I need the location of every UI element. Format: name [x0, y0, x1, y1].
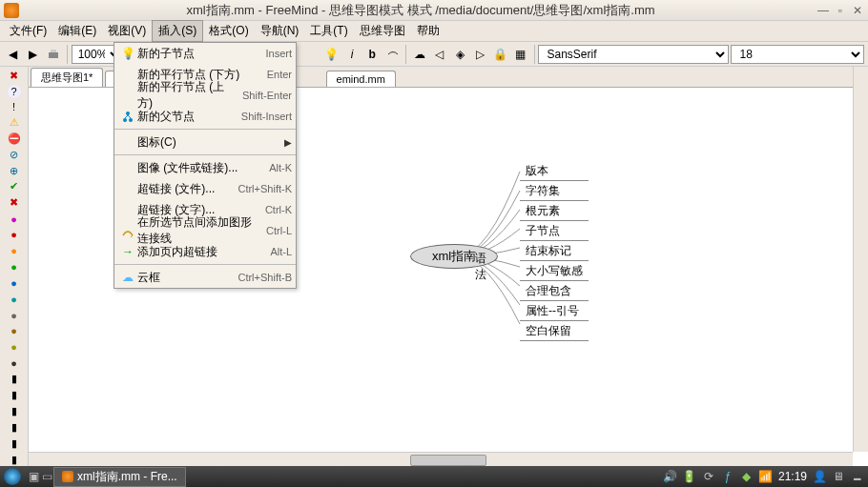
red-dot-icon[interactable]: ● [7, 227, 22, 242]
menu-image-link[interactable]: 图像 (文件或链接)... Alt-K [114, 157, 296, 178]
tab-mindmap1[interactable]: 思维导图1* [31, 68, 103, 87]
cross-icon[interactable]: ✖ [7, 195, 22, 211]
back-button[interactable]: ◀ [4, 44, 22, 65]
italic-button[interactable]: i [342, 44, 361, 65]
files-icon[interactable]: ▣ [27, 470, 40, 483]
menu-mindmap[interactable]: 思维导图 [354, 21, 411, 41]
teal-dot-icon[interactable]: ● [7, 292, 22, 307]
volume-icon[interactable]: 🔊 [664, 470, 677, 483]
flag-icon-6[interactable]: ▮ [7, 452, 22, 467]
svg-rect-0 [49, 52, 58, 58]
no-entry-icon[interactable]: ⊘ [7, 147, 22, 162]
mindmap-leaf[interactable]: 合理包含 [520, 282, 589, 301]
menu-navigate[interactable]: 导航(N) [255, 21, 305, 41]
menu-cloud[interactable]: ☁ 云框 Ctrl+Shift-B [114, 267, 296, 288]
orange-dot-icon[interactable]: ● [7, 243, 22, 258]
flag-icon-3[interactable]: ▮ [7, 404, 22, 419]
menu-new-sibling-above[interactable]: 新的平行节点 (上方) Shift-Enter [114, 85, 296, 106]
minimize-button[interactable]: — [816, 4, 830, 17]
warning-icon[interactable]: ⚠ [7, 115, 22, 131]
maximize-button[interactable]: ▫ [834, 4, 847, 17]
menu-edit[interactable]: 编辑(E) [52, 21, 102, 41]
shutdown-icon[interactable]: 🗕 [851, 470, 864, 483]
chevron-right-icon: ▶ [284, 137, 292, 148]
help-icon[interactable]: ? [8, 85, 21, 98]
panel-icon[interactable]: ▭ [40, 470, 53, 483]
edge-button[interactable] [383, 44, 402, 65]
bold-button[interactable]: b [363, 44, 382, 65]
svg-point-4 [129, 118, 133, 122]
remove-icon[interactable]: ✖ [7, 69, 22, 84]
exclaim-icon[interactable]: ! [7, 99, 22, 114]
lightbulb-icon: 💡 [118, 47, 137, 60]
blue-dot-icon[interactable]: ● [7, 275, 22, 291]
font-select[interactable]: SansSerif [538, 45, 729, 64]
green-dot-icon[interactable]: ● [7, 259, 22, 274]
font-size-select[interactable]: 18 [731, 45, 864, 64]
menu-new-parent-node[interactable]: 新的父节点 Shift-Insert [114, 106, 296, 127]
svg-rect-1 [51, 50, 56, 52]
grid-icon[interactable]: ▦ [511, 44, 529, 65]
menu-help[interactable]: 帮助 [411, 21, 445, 41]
plus-circle-icon[interactable]: ⊕ [7, 163, 22, 178]
mindmap-leaf[interactable]: 属性--引号 [520, 302, 589, 321]
mindmap-leaf[interactable]: 空白保留 [520, 322, 589, 341]
target-icon[interactable]: ◈ [451, 44, 469, 65]
battery-icon[interactable]: 🔋 [683, 470, 696, 483]
menu-icons-submenu[interactable]: 图标(C) ▶ [114, 132, 296, 152]
flag-icon-5[interactable]: ▮ [7, 436, 22, 451]
forward-button[interactable]: ▶ [24, 44, 42, 65]
mindmap-leaf[interactable]: 结束标记 [520, 242, 589, 261]
flag-icon-2[interactable]: ▮ [7, 388, 22, 403]
menu-tools[interactable]: 工具(T) [304, 21, 353, 41]
olive-dot-icon[interactable]: ● [7, 339, 22, 355]
purple-dot-icon[interactable]: ● [7, 212, 22, 227]
lightbulb-icon[interactable]: 💡 [322, 44, 341, 65]
flag-icon-1[interactable]: ▮ [7, 372, 22, 387]
stop-icon[interactable]: ⛔ [7, 131, 22, 146]
wifi-icon[interactable]: 📶 [759, 470, 773, 483]
menu-insert[interactable]: 插入(S) [152, 20, 203, 42]
mindmap-leaf[interactable]: 大小写敏感 [520, 262, 589, 281]
gray-dot-icon[interactable]: ● [7, 308, 22, 323]
mindmap-leaf[interactable]: 字符集 [520, 182, 589, 201]
brown-dot-icon[interactable]: ● [7, 324, 22, 339]
user-icon[interactable]: 👤 [813, 470, 826, 483]
insert-dropdown: 💡 新的子节点 Insert 新的平行节点 (下方) Enter 新的平行节点 … [114, 42, 297, 289]
mindmap-branch[interactable]: 语法 [475, 251, 486, 283]
mindmap-leaf[interactable]: 根元素 [520, 202, 589, 221]
mindmap-leaf[interactable]: 版本 [520, 162, 589, 181]
lock-icon[interactable]: 🔒 [491, 44, 509, 65]
clock[interactable]: 21:19 [778, 470, 807, 483]
sync-icon[interactable]: ⟳ [702, 470, 715, 483]
menu-add-local-link[interactable]: → 添加页内超链接 Alt-L [114, 241, 296, 262]
menu-add-connector[interactable]: 在所选节点间添加图形连接线 Ctrl-L [114, 220, 296, 241]
bird-icon[interactable]: ƒ [721, 470, 734, 483]
menu-view[interactable]: 视图(V) [102, 21, 152, 41]
flag-icon-4[interactable]: ▮ [7, 420, 22, 436]
menu-format[interactable]: 格式(O) [203, 21, 254, 41]
black-dot-icon[interactable]: ● [7, 355, 22, 371]
app-icon [4, 3, 19, 18]
start-button[interactable] [4, 468, 21, 485]
menu-hyperlink-file[interactable]: 超链接 (文件)... Ctrl+Shift-K [114, 178, 296, 199]
arrow-right-icon[interactable]: ▷ [471, 44, 489, 65]
taskbar-task[interactable]: xml指南.mm - Fre... [53, 467, 186, 487]
tab-inner[interactable]: emind.mm [326, 71, 396, 87]
monitor-icon[interactable]: 🖥 [832, 470, 845, 483]
check-icon[interactable]: ✔ [7, 179, 22, 194]
cube-icon[interactable]: ◆ [740, 470, 754, 483]
scroll-thumb[interactable] [410, 455, 486, 466]
menu-file[interactable]: 文件(F) [4, 21, 52, 41]
freemind-icon [62, 471, 73, 482]
menu-new-child-node[interactable]: 💡 新的子节点 Insert [114, 43, 296, 64]
node-up-icon [118, 110, 137, 123]
scrollbar-horizontal[interactable] [29, 452, 853, 467]
arrow-left-icon[interactable]: ◁ [430, 44, 448, 65]
cloud-button[interactable]: ☁ [410, 44, 428, 65]
scrollbar-vertical[interactable] [853, 67, 868, 452]
print-button[interactable] [45, 44, 63, 65]
close-button[interactable]: ✕ [851, 4, 864, 17]
menubar: 文件(F) 编辑(E) 视图(V) 插入(S) 格式(O) 导航(N) 工具(T… [0, 21, 868, 42]
mindmap-leaf[interactable]: 子节点 [520, 222, 589, 241]
